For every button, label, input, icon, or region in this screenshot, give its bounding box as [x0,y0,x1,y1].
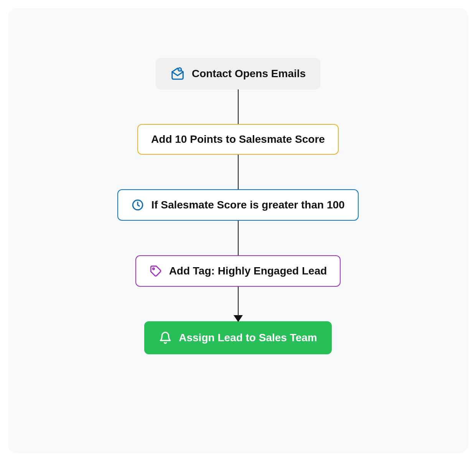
workflow-action-add-points[interactable]: Add 10 Points to Salesmate Score [137,124,339,155]
connector-line [238,89,239,124]
clock-icon [131,198,144,211]
action-label: Add 10 Points to Salesmate Score [151,133,325,145]
connector-arrow [238,287,239,321]
email-open-icon: @ [170,66,185,81]
svg-point-3 [153,268,154,269]
tag-icon [149,264,162,278]
bell-icon [159,331,172,344]
workflow-canvas: @ Contact Opens Emails Add 10 Points to … [8,8,468,453]
connector-line [238,155,239,189]
workflow-condition-node[interactable]: If Salesmate Score is greater than 100 [117,189,358,221]
condition-label: If Salesmate Score is greater than 100 [151,199,344,211]
trigger-label: Contact Opens Emails [192,68,306,80]
workflow-action-add-tag[interactable]: Add Tag: Highly Engaged Lead [135,255,341,287]
tag-label: Add Tag: Highly Engaged Lead [169,265,327,277]
workflow-action-assign[interactable]: Assign Lead to Sales Team [144,321,332,354]
connector-line [238,221,239,255]
workflow-trigger-node[interactable]: @ Contact Opens Emails [156,58,320,89]
svg-text:@: @ [179,68,181,71]
assign-label: Assign Lead to Sales Team [179,332,317,344]
